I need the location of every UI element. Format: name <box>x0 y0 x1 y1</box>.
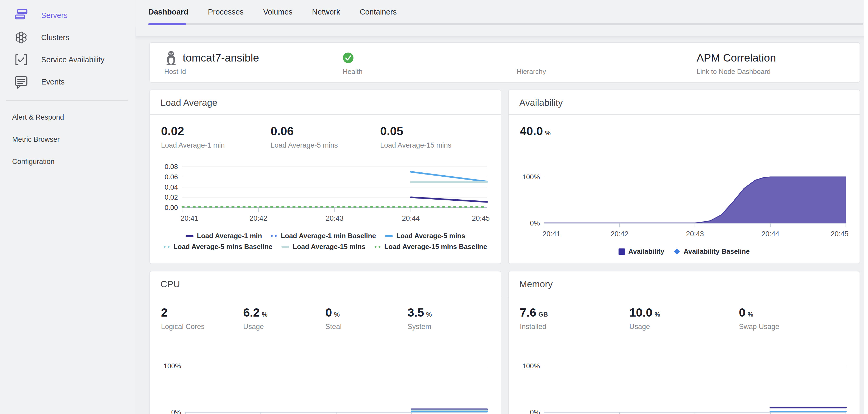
stat: 40.0% <box>520 124 629 138</box>
host-name: tomcat7-ansible <box>183 52 259 64</box>
servers-icon <box>14 8 29 23</box>
svg-text:20:42: 20:42 <box>249 214 268 222</box>
cpu-chart: 0%100%20:4120:4220:4320:4420:45 <box>161 356 490 414</box>
card-cpu: CPU 2 Logical Cores 6.2% Usage 0% <box>149 271 501 414</box>
card-availability: Availability 40.0% 0%100%20:4120:4220:43… <box>508 89 860 264</box>
card-memory: Memory 7.6GB Installed 10.0% Usage 0% <box>508 271 860 414</box>
stat: 0.02 Load Average-1 min <box>161 124 271 149</box>
sidebar-item-configuration[interactable]: Configuration <box>0 150 135 173</box>
linux-penguin-icon <box>164 51 178 65</box>
svg-text:20:44: 20:44 <box>402 214 420 222</box>
stat: 3.5% System <box>408 306 490 331</box>
health-ok-icon <box>343 52 354 63</box>
stat-label: Load Average-1 min <box>161 141 271 149</box>
svg-text:0.04: 0.04 <box>164 183 178 191</box>
legend-label: Availability <box>628 247 664 256</box>
hierarchy-cell: Hierarchy <box>517 50 697 76</box>
sidebar-divider <box>6 100 128 101</box>
sidebar-item-service-availability[interactable]: Service Availability <box>0 49 135 71</box>
card-title: CPU <box>150 271 501 296</box>
sidebar-item-metric-browser[interactable]: Metric Browser <box>0 128 135 150</box>
events-icon <box>14 75 29 89</box>
legend-item[interactable]: Load Average-1 min Baseline <box>271 232 376 240</box>
availability-legend: AvailabilityAvailability Baseline <box>520 247 848 256</box>
svg-text:0.06: 0.06 <box>164 173 178 181</box>
legend-swatch-line <box>385 235 393 237</box>
legend-item[interactable]: Load Average-5 mins Baseline <box>164 243 273 251</box>
host-id-label: Host Id <box>164 67 343 76</box>
card-title: Availability <box>509 90 860 115</box>
vertical-scrollbar[interactable] <box>864 0 868 414</box>
apm-node-dashboard-link[interactable]: Link to Node Dashboard <box>697 67 845 76</box>
chart-svg: 0%100%20:4120:4220:4320:4420:45 <box>520 356 848 414</box>
legend-label: Load Average-15 mins <box>293 243 366 251</box>
svg-text:0%: 0% <box>530 408 540 414</box>
stat-value: 0.05 <box>380 124 403 138</box>
memory-stats: 7.6GB Installed 10.0% Usage 0% Swap Usag… <box>520 306 848 331</box>
chart-svg: 0.000.020.040.060.0820:4120:4220:4320:44… <box>161 158 490 224</box>
stat: 10.0% Usage <box>629 306 739 331</box>
main-area: Dashboard Processes Volumes Network Cont… <box>136 0 868 414</box>
legend-swatch-dots <box>164 246 170 248</box>
tab-dashboard[interactable]: Dashboard <box>148 8 188 18</box>
svg-text:100%: 100% <box>522 173 540 181</box>
legend-label: Load Average-5 mins Baseline <box>174 243 273 251</box>
svg-text:0.00: 0.00 <box>164 204 178 211</box>
sidebar-item-label: Events <box>41 78 65 86</box>
stat-value: 0 <box>739 306 745 320</box>
stat: 0% Steal <box>326 306 408 331</box>
cpu-stats: 2 Logical Cores 6.2% Usage 0% Steal 3. <box>161 306 490 331</box>
stat: 2 Logical Cores <box>161 306 243 331</box>
tab-processes[interactable]: Processes <box>208 8 243 18</box>
legend-item[interactable]: Availability Baseline <box>673 247 749 256</box>
stat-value: 40.0 <box>520 124 543 138</box>
stat-value: 0.06 <box>271 124 294 138</box>
health-cell: Health <box>343 50 517 76</box>
sidebar-item-label: Clusters <box>41 33 69 42</box>
tab-containers[interactable]: Containers <box>360 8 397 18</box>
stat-label: Usage <box>629 323 739 331</box>
availability-stats: 40.0% <box>520 124 848 138</box>
tab-track <box>148 23 863 25</box>
stat: 6.2% Usage <box>243 306 325 331</box>
memory-chart: 0%100%20:4120:4220:4320:4420:45 <box>520 356 848 414</box>
stat: 0.05 Load Average-15 mins <box>380 124 490 149</box>
svg-text:0.02: 0.02 <box>164 193 178 201</box>
stat-label: Load Average-5 mins <box>271 141 380 149</box>
stat-label: Usage <box>243 323 325 331</box>
sidebar-item-label: Servers <box>41 11 68 20</box>
svg-text:20:43: 20:43 <box>326 214 344 222</box>
svg-text:20:44: 20:44 <box>761 230 779 238</box>
tab-volumes[interactable]: Volumes <box>263 8 292 18</box>
stat-label: System <box>408 323 490 331</box>
sidebar-item-servers[interactable]: Servers <box>0 4 135 26</box>
legend-item[interactable]: Availability <box>619 247 664 256</box>
svg-text:0%: 0% <box>171 408 181 414</box>
legend-item[interactable]: Load Average-15 mins Baseline <box>375 243 487 251</box>
apm-correlation-title: APM Correlation <box>697 52 776 64</box>
card-load-average: Load Average 0.02 Load Average-1 min 0.0… <box>149 89 501 264</box>
dashboard-content: tomcat7-ansible Host Id Health Hierarchy <box>136 36 868 414</box>
stat-label: Logical Cores <box>161 323 243 331</box>
sidebar-item-alert-respond[interactable]: Alert & Respond <box>0 106 135 128</box>
tab-network[interactable]: Network <box>312 8 340 18</box>
stat-value: 2 <box>161 306 167 320</box>
host-info-bar: tomcat7-ansible Host Id Health Hierarchy <box>149 42 860 83</box>
svg-text:0.08: 0.08 <box>164 162 178 171</box>
legend-label: Availability Baseline <box>683 247 749 256</box>
card-title: Memory <box>509 271 860 296</box>
svg-text:20:41: 20:41 <box>181 214 198 222</box>
legend-item[interactable]: Load Average-5 mins <box>385 232 465 240</box>
stat-label: Swap Usage <box>739 323 848 331</box>
sidebar-item-events[interactable]: Events <box>0 71 135 93</box>
sidebar-item-clusters[interactable]: Clusters <box>0 26 135 49</box>
stat-label: Steal <box>326 323 408 331</box>
legend-swatch-line <box>186 235 193 237</box>
legend-item[interactable]: Load Average-1 min <box>186 232 262 240</box>
legend-item[interactable]: Load Average-15 mins <box>281 243 366 251</box>
apm-correlation-cell: APM Correlation Link to Node Dashboard <box>697 50 845 76</box>
sidebar: Servers Clusters Service Availability <box>0 0 135 414</box>
health-label: Health <box>343 67 517 76</box>
svg-text:20:45: 20:45 <box>831 230 848 238</box>
stat-value: 3.5 <box>408 306 424 320</box>
